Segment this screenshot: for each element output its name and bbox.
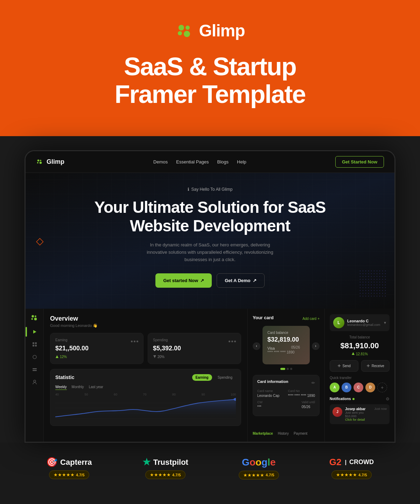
card-dot-2[interactable] (287, 368, 289, 370)
card-next-button[interactable]: › (312, 342, 320, 350)
g2-icon: G2 (329, 457, 342, 468)
statistic-section: Statistic Earning Spending Weekly Monthl… (50, 369, 241, 426)
stat-tab-earning[interactable]: Earning (192, 374, 212, 381)
notifications-section: Notifications ⚙ J Josep akbar Just sent … (330, 397, 390, 424)
user-name: Leonardo C (347, 319, 381, 323)
transfer-avatar-3[interactable]: C (354, 383, 363, 392)
nav-cta-button[interactable]: Get Started Now (335, 156, 384, 168)
google-rating: ★★★★★ 4.7/5 (239, 471, 279, 479)
period-lastyear[interactable]: Last year (89, 385, 103, 390)
overview-title: Overview (50, 315, 98, 322)
total-balance-section: Total balance $81,910.00 12.81% (330, 335, 390, 356)
sidebar-user-icon[interactable] (31, 379, 38, 386)
chart-svg (55, 398, 236, 420)
svg-point-12 (31, 318, 33, 320)
sidebar-grid-icon[interactable] (31, 341, 38, 348)
stat-cards: Earning $21,,500.00 12% (50, 333, 241, 364)
notif-message: Just sent you $10,000 (345, 411, 371, 418)
device-hero-subtitle: In the dynamic realm of SaaS, our hero e… (144, 241, 276, 263)
tab-history[interactable]: History (278, 432, 289, 435)
svg-point-7 (40, 162, 42, 164)
google-logo: Google (242, 457, 275, 468)
transfer-avatar-2[interactable]: B (342, 383, 351, 392)
svg-point-0 (178, 25, 184, 30)
glimp-logo-icon (175, 21, 194, 40)
svg-rect-18 (35, 345, 37, 346)
user-profile: L Leonardo C leonardocc@gmail.com ▾ (330, 314, 390, 331)
card-balance-label: Card balance (267, 331, 305, 335)
say-hello-badge: ℹ Say Hello To All Glimp (188, 187, 233, 192)
earning-trend: 12% (55, 355, 138, 359)
earning-value: $21,,500.00 (55, 345, 138, 352)
add-card-button[interactable]: Add card + (302, 317, 320, 321)
review-g2crowd: G2 | CROWD ★★★★★ 4.7/5 (329, 457, 374, 479)
transfer-avatar-4[interactable]: D (365, 383, 375, 392)
stat-tab-spending[interactable]: Spending (214, 374, 236, 381)
svg-point-2 (178, 31, 182, 35)
hero-get-started-button[interactable]: Get started Now ↗ (155, 273, 212, 288)
period-weekly[interactable]: Weekly (55, 385, 67, 390)
reviews-section: 🎯 Capterra ★★★★★ 4.7/5 ★ Trustpilot ★★★★… (0, 443, 420, 493)
dashboard-greeting: Good morning Leonardo 👋 (50, 323, 98, 328)
spending-value: $5,392.00 (153, 345, 236, 352)
brand-name: Glimp (199, 21, 245, 40)
notif-title: Notifications (330, 397, 355, 401)
card-panel: Your card Add card + ‹ Card balance $32, (247, 309, 324, 442)
svg-marker-23 (56, 355, 58, 358)
period-monthly[interactable]: Monthly (72, 385, 84, 390)
svg-rect-21 (33, 370, 37, 371)
notif-link[interactable]: Click for detail (345, 418, 371, 421)
nav-links: Demos Essential Pages Blogs Help (153, 159, 246, 164)
card-dot-3[interactable] (290, 368, 292, 370)
card-balance-value: $32,819.00 (267, 336, 305, 343)
g2crowd-name: CROWD (349, 458, 374, 466)
card-dot-1[interactable] (280, 368, 285, 370)
card-edit-icon[interactable]: ✏ (312, 380, 315, 385)
google-icon: Google (242, 457, 275, 468)
card-valid-field: Valid until 05/26 (302, 400, 315, 409)
card-prev-button[interactable]: ‹ (253, 342, 260, 350)
transfer-avatar-1[interactable]: A (330, 383, 340, 392)
chart-area: 40 50 60 70 80 90 100 (55, 393, 236, 421)
svg-point-4 (37, 160, 40, 162)
stat-tabs: Earning Spending (192, 374, 236, 381)
device-hero-title: Your Ultimate Solution for SaaS Website … (88, 198, 332, 235)
svg-rect-9 (359, 270, 387, 298)
top-section: Glimp SaaS & Startup Framer Template (0, 0, 420, 136)
user-dropdown-icon[interactable]: ▾ (384, 320, 386, 325)
right-panel: L Leonardo C leonardocc@gmail.com ▾ Tota… (324, 309, 394, 442)
send-button[interactable]: Send (330, 360, 358, 372)
nav-blogs[interactable]: Blogs (217, 159, 229, 164)
review-trustpilot: ★ Trustpilot ★★★★★ 4.7/5 (142, 457, 188, 479)
device-logo: Glimp (36, 158, 64, 166)
chart-container (55, 398, 236, 421)
notif-settings-icon[interactable]: ⚙ (386, 397, 390, 401)
tab-marketplace[interactable]: Marketplace (253, 432, 273, 435)
capterra-rating: ★★★★★ 4.7/5 (49, 470, 89, 479)
brand-logo-area: Glimp (175, 21, 245, 40)
svg-point-3 (184, 31, 190, 37)
earning-card: Earning $21,,500.00 12% (50, 333, 144, 364)
action-buttons: Send Receive (330, 360, 390, 372)
sidebar-layers-icon[interactable] (31, 366, 38, 373)
transfer-add-button[interactable]: + (377, 383, 387, 392)
chart-labels: 40 50 60 70 80 90 100 (55, 393, 236, 396)
g2crowd-rating: ★★★★★ 4.7/5 (331, 470, 371, 479)
svg-rect-15 (33, 342, 34, 344)
dots-decoration (359, 270, 387, 298)
nav-essential[interactable]: Essential Pages (176, 159, 209, 164)
sidebar-play-icon[interactable] (31, 328, 38, 335)
receive-button[interactable]: Receive (361, 360, 390, 372)
nav-demos[interactable]: Demos (153, 159, 168, 164)
svg-point-6 (37, 162, 38, 163)
svg-marker-14 (33, 330, 36, 334)
trustpilot-name: Trustpilot (153, 458, 188, 467)
sidebar-circle-icon[interactable] (31, 354, 38, 360)
tab-payment[interactable]: Payment (294, 432, 307, 435)
device-logo-icon (36, 158, 44, 166)
hero-get-demo-button[interactable]: Get A Demo ↗ (217, 273, 264, 288)
quick-transfer-label: Quick transfer (330, 376, 390, 380)
nav-help[interactable]: Help (237, 159, 246, 164)
card-info-section: Card information ✏ Card name Leonardo Ca… (253, 375, 320, 416)
stat-header: Statistic Earning Spending (55, 374, 236, 381)
